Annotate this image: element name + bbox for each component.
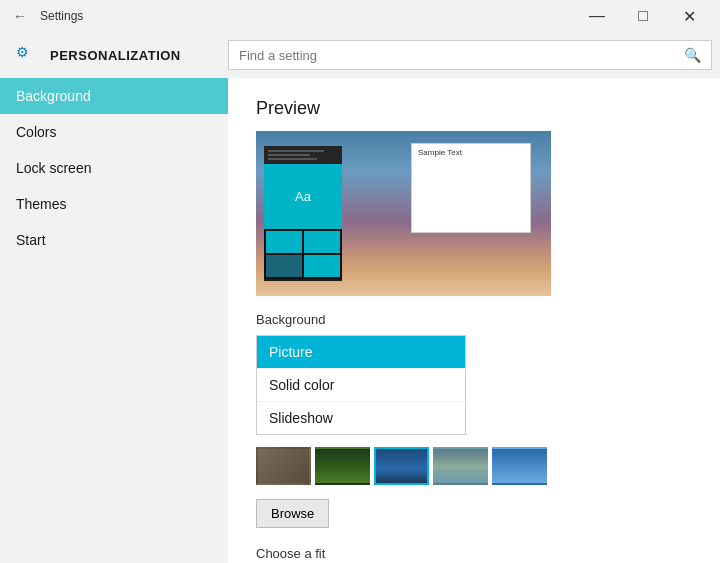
preview-small-tiles [264,229,342,279]
personalization-icon: ⚙ [16,44,38,66]
sidebar-item-lock-screen[interactable]: Lock screen [0,150,228,186]
preview-dialog: Sample Text [411,143,531,233]
maximize-button[interactable]: □ [620,0,666,32]
search-bar[interactable]: 🔍 [228,40,712,70]
search-icon: 🔍 [684,47,701,63]
sidebar: Background Colors Lock screen Themes Sta… [0,78,228,563]
wallpaper-thumb-3[interactable] [374,447,429,485]
main-content: Preview Aa [228,78,720,563]
preview-app-window: Aa [264,146,342,281]
sidebar-item-background[interactable]: Background [0,78,228,114]
app-body: Background Colors Lock screen Themes Sta… [0,78,720,563]
dropdown-item-picture[interactable]: Picture [257,336,465,369]
minimize-button[interactable]: — [574,0,620,32]
close-button[interactable]: ✕ [666,0,712,32]
preview-main-tile: Aa [264,164,342,229]
window-title: Settings [40,9,83,23]
wallpaper-thumb-2[interactable] [315,447,370,485]
search-input[interactable] [239,48,684,63]
background-section-label: Background [256,312,692,327]
wallpaper-thumb-4[interactable] [433,447,488,485]
preview-label: Preview [256,98,692,119]
sidebar-app-title: PERSONALIZATION [50,48,181,63]
wallpaper-thumbnails [256,447,692,485]
wallpaper-thumb-1[interactable] [256,447,311,485]
dropdown-item-slideshow[interactable]: Slideshow [257,402,465,434]
window-controls: — □ ✕ [574,0,712,32]
choose-fit-label: Choose a fit [256,546,692,561]
preview-image: Aa Sample Text [256,131,551,296]
app-header: ⚙ PERSONALIZATION 🔍 [0,32,720,78]
wallpaper-thumb-5[interactable] [492,447,547,485]
sidebar-item-colors[interactable]: Colors [0,114,228,150]
sidebar-header: ⚙ PERSONALIZATION [0,32,228,78]
sidebar-nav: Background Colors Lock screen Themes Sta… [0,78,228,258]
sidebar-item-themes[interactable]: Themes [0,186,228,222]
sidebar-item-start[interactable]: Start [0,222,228,258]
background-type-dropdown[interactable]: Picture Solid color Slideshow [256,335,466,435]
dropdown-item-solid-color[interactable]: Solid color [257,369,465,402]
back-button[interactable]: ← [8,4,32,28]
preview-topbar [264,146,342,164]
browse-button[interactable]: Browse [256,499,329,528]
titlebar: ← Settings — □ ✕ [0,0,720,32]
preview-dialog-title: Sample Text [412,144,530,161]
